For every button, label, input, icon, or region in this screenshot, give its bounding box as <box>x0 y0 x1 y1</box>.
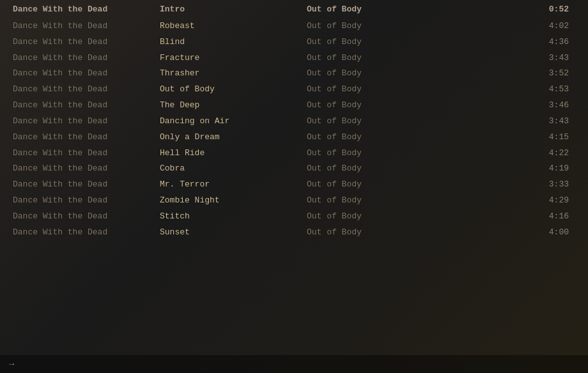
track-album: Out of Body <box>307 116 435 128</box>
track-duration: 4:19 <box>435 163 575 175</box>
table-row[interactable]: Dance With the DeadRobeastOut of Body4:0… <box>0 19 588 34</box>
track-title: Robeast <box>160 20 307 33</box>
track-artist: Dance With the Dead <box>13 211 160 223</box>
track-artist: Dance With the Dead <box>13 68 160 80</box>
track-artist: Dance With the Dead <box>13 20 160 33</box>
table-row[interactable]: Dance With the DeadSunsetOut of Body4:00 <box>0 225 588 241</box>
track-title: Blind <box>160 36 307 49</box>
track-album: Out of Body <box>307 227 435 239</box>
track-title: Sunset <box>160 227 307 239</box>
table-row[interactable]: Dance With the DeadThrasherOut of Body3:… <box>0 66 588 82</box>
track-album: Out of Body <box>307 100 435 112</box>
track-title: Zombie Night <box>160 195 307 207</box>
header-artist: Dance With the Dead <box>13 4 160 16</box>
track-album: Out of Body <box>307 84 435 96</box>
track-album: Out of Body <box>307 68 435 80</box>
header-album: Out of Body <box>307 4 435 16</box>
track-duration: 3:33 <box>435 179 575 191</box>
arrow-icon: → <box>9 359 14 369</box>
track-duration: 4:29 <box>435 195 575 207</box>
track-duration: 4:00 <box>435 227 575 239</box>
table-row[interactable]: Dance With the DeadDancing on AirOut of … <box>0 114 588 130</box>
track-duration: 4:22 <box>435 148 575 160</box>
table-row[interactable]: Dance With the DeadThe DeepOut of Body3:… <box>0 98 588 114</box>
track-title: Fracture <box>160 52 307 65</box>
track-duration: 4:16 <box>435 211 575 223</box>
track-title: Dancing on Air <box>160 116 307 128</box>
track-artist: Dance With the Dead <box>13 148 160 160</box>
table-row[interactable]: Dance With the DeadFractureOut of Body3:… <box>0 50 588 66</box>
track-duration: 3:46 <box>435 100 575 112</box>
track-album: Out of Body <box>307 148 435 160</box>
track-title: Thrasher <box>160 68 307 80</box>
track-artist: Dance With the Dead <box>13 84 160 96</box>
track-artist: Dance With the Dead <box>13 132 160 144</box>
table-row[interactable]: Dance With the DeadHell RideOut of Body4… <box>0 146 588 162</box>
header-duration: 0:52 <box>435 4 575 16</box>
track-list: Dance With the Dead Intro Out of Body 0:… <box>0 0 588 241</box>
track-duration: 3:43 <box>435 116 575 128</box>
track-album: Out of Body <box>307 20 435 33</box>
track-album: Out of Body <box>307 132 435 144</box>
table-row[interactable]: Dance With the DeadStitchOut of Body4:16 <box>0 209 588 225</box>
track-title: Mr. Terror <box>160 179 307 191</box>
table-row[interactable]: Dance With the DeadOut of BodyOut of Bod… <box>0 82 588 98</box>
track-title: Out of Body <box>160 84 307 96</box>
track-album: Out of Body <box>307 211 435 223</box>
track-title: Stitch <box>160 211 307 223</box>
table-row[interactable]: Dance With the DeadZombie NightOut of Bo… <box>0 193 588 209</box>
track-artist: Dance With the Dead <box>13 163 160 175</box>
track-duration: 4:02 <box>435 20 575 33</box>
track-duration: 4:36 <box>435 36 575 49</box>
track-artist: Dance With the Dead <box>13 36 160 49</box>
header-intro: Intro <box>160 4 307 16</box>
track-artist: Dance With the Dead <box>13 52 160 65</box>
table-row[interactable]: Dance With the DeadBlindOut of Body4:36 <box>0 34 588 50</box>
track-album: Out of Body <box>307 195 435 207</box>
track-artist: Dance With the Dead <box>13 116 160 128</box>
track-title: The Deep <box>160 100 307 112</box>
table-row[interactable]: Dance With the DeadMr. TerrorOut of Body… <box>0 177 588 193</box>
track-title: Only a Dream <box>160 132 307 144</box>
table-header: Dance With the Dead Intro Out of Body 0:… <box>0 0 588 19</box>
track-album: Out of Body <box>307 36 435 49</box>
bottom-bar: → <box>0 355 588 373</box>
track-artist: Dance With the Dead <box>13 227 160 239</box>
track-album: Out of Body <box>307 179 435 191</box>
track-album: Out of Body <box>307 163 435 175</box>
table-row[interactable]: Dance With the DeadCobraOut of Body4:19 <box>0 161 588 177</box>
track-artist: Dance With the Dead <box>13 100 160 112</box>
track-artist: Dance With the Dead <box>13 195 160 207</box>
track-duration: 4:15 <box>435 132 575 144</box>
track-title: Cobra <box>160 163 307 175</box>
track-duration: 3:43 <box>435 52 575 65</box>
track-artist: Dance With the Dead <box>13 179 160 191</box>
table-row[interactable]: Dance With the DeadOnly a DreamOut of Bo… <box>0 130 588 146</box>
track-album: Out of Body <box>307 52 435 65</box>
track-duration: 3:52 <box>435 68 575 80</box>
track-title: Hell Ride <box>160 148 307 160</box>
track-duration: 4:53 <box>435 84 575 96</box>
